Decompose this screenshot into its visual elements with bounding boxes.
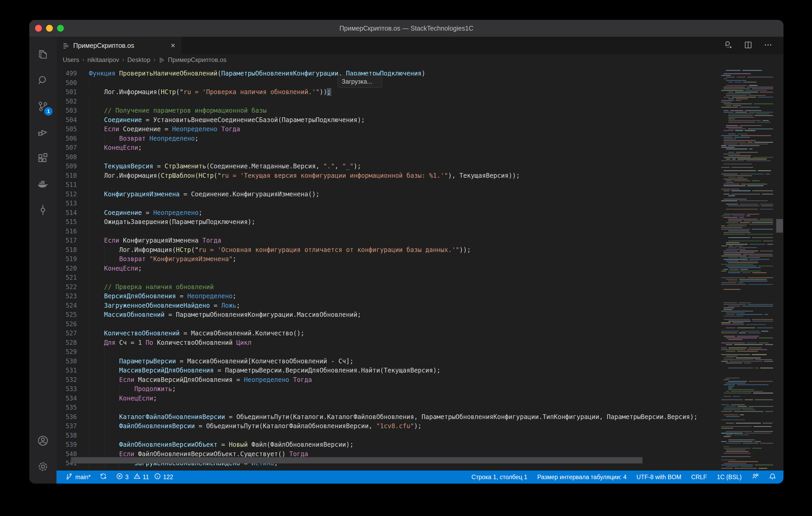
code-line[interactable]: 505 Если Соединение = Неопределено Тогда <box>57 125 721 134</box>
line-number[interactable]: 501 <box>57 88 77 97</box>
line-number[interactable]: 516 <box>57 227 77 236</box>
line-number[interactable]: 533 <box>57 385 77 394</box>
settings-button[interactable] <box>29 454 56 480</box>
code-line[interactable]: 529 <box>57 347 721 357</box>
code-line[interactable]: 527 КоличествоОбновлений = МассивОбновле… <box>57 329 721 338</box>
code-line[interactable]: 536 КаталогФайлаОбновленияВерсии = Объед… <box>57 413 721 422</box>
tab-close-icon[interactable]: × <box>171 41 175 50</box>
status-item[interactable]: 1C (BSL) <box>717 474 742 481</box>
line-number[interactable]: 534 <box>57 394 77 403</box>
line-number[interactable]: 504 <box>57 116 77 125</box>
code-line[interactable]: 516 <box>57 227 721 236</box>
line-number[interactable]: 511 <box>57 180 77 190</box>
line-number[interactable]: 539 <box>57 440 77 450</box>
line-number[interactable]: 526 <box>57 320 77 329</box>
code-line[interactable]: 526 <box>57 320 721 329</box>
sidebar-item-run-debug[interactable] <box>29 120 56 146</box>
line-number[interactable]: 523 <box>57 292 77 301</box>
code-line[interactable]: 515 ОжидатьЗавершения(ПараметрыПодключен… <box>57 217 721 227</box>
close-window-button[interactable] <box>35 25 42 32</box>
code-line[interactable]: 530 ПараметрыВерсии = МассивОбновлений[К… <box>57 357 721 366</box>
split-editor-icon[interactable] <box>744 40 753 51</box>
line-number[interactable]: 505 <box>57 125 77 134</box>
code-line[interactable]: 534 КонецЕсли; <box>57 394 721 403</box>
sync-button[interactable] <box>100 473 107 482</box>
code-line[interactable]: 508 <box>57 153 721 162</box>
line-number[interactable]: 537 <box>57 422 77 431</box>
breadcrumb-item[interactable]: nikitaaripov <box>87 56 119 63</box>
line-number[interactable]: 521 <box>57 273 77 282</box>
line-number[interactable]: 536 <box>57 413 77 422</box>
branch-indicator[interactable]: main* <box>65 473 91 482</box>
code-editor[interactable]: 499Функция ПроверитьНаличиеОбновлений(Па… <box>57 66 783 471</box>
code-line[interactable]: 500 <box>57 79 721 88</box>
line-number[interactable]: 499 <box>57 69 77 79</box>
code-line[interactable]: 520 КонецЕсли; <box>57 264 721 273</box>
code-line[interactable]: 499Функция ПроверитьНаличиеОбновлений(Па… <box>57 69 721 79</box>
code-line[interactable]: 507 КонецЕсли; <box>57 143 721 153</box>
code-line[interactable]: 537 ФайлОбновленияВерсии = ОбъединитьПут… <box>57 422 721 431</box>
code-line[interactable]: 531 МассивВерсийДляОбновления = Параметр… <box>57 366 721 375</box>
tab-primer-skriptov[interactable]: ПримерСкриптов.os × <box>57 37 181 54</box>
account-button[interactable] <box>29 428 56 454</box>
problems-indicator[interactable]: 3 11 122 <box>116 473 176 482</box>
line-number[interactable]: 507 <box>57 143 77 153</box>
more-actions-icon[interactable] <box>763 40 773 51</box>
status-item[interactable]: UTF-8 with BOM <box>636 474 681 481</box>
line-number[interactable]: 506 <box>57 134 77 144</box>
code-line[interactable]: 522 // Прверка наличия обновлений <box>57 282 721 292</box>
code-line[interactable]: 506 Возврат Неопределено; <box>57 134 721 144</box>
horizontal-scrollbar-thumb[interactable] <box>71 457 642 463</box>
vertical-scrollbar-thumb[interactable] <box>776 219 783 233</box>
line-number[interactable]: 500 <box>57 79 77 88</box>
line-number[interactable]: 528 <box>57 338 77 348</box>
code-line[interactable]: 523 ВерсияДляОбновления = Неопределено; <box>57 292 721 301</box>
line-number[interactable]: 531 <box>57 366 77 375</box>
code-line[interactable]: 517 Если КонфигурацияИзменена Тогда <box>57 236 721 245</box>
find-method-icon[interactable] <box>724 40 733 51</box>
code-line[interactable]: 510 Лог.Информация(СтрШаблон(НСтр("ru = … <box>57 171 721 181</box>
line-number[interactable]: 535 <box>57 403 77 413</box>
code-line[interactable]: 521 <box>57 273 721 282</box>
code-line[interactable]: 538 <box>57 431 721 441</box>
breadcrumb-item[interactable]: Users <box>63 56 79 63</box>
notifications-button[interactable] <box>769 473 776 482</box>
code-line[interactable]: 513 <box>57 199 721 208</box>
breadcrumb-file[interactable]: ПримерСкриптов.os <box>168 56 227 63</box>
line-number[interactable]: 517 <box>57 236 77 245</box>
sidebar-item-onescript[interactable] <box>29 198 56 223</box>
line-number[interactable]: 519 <box>57 254 77 264</box>
line-number[interactable]: 527 <box>57 329 77 338</box>
line-number[interactable]: 525 <box>57 310 77 320</box>
code-line[interactable]: 539 ФайлОбновленияВерсииОбъект = Новый Ф… <box>57 440 721 450</box>
code-line[interactable]: 503 // Получение параметров информационн… <box>57 106 721 116</box>
code-line[interactable]: 519 Возврат "КонфигурацияИзменена"; <box>57 254 721 264</box>
code-line[interactable]: 501 Лог.Информация(НСтр("ru = 'Проверка … <box>57 88 721 97</box>
code-line[interactable]: 535 <box>57 403 721 413</box>
minimap[interactable] <box>721 66 775 471</box>
code-line[interactable]: 524 ЗагруженноеОбновлениеНайдено = Ложь; <box>57 301 721 310</box>
code-line[interactable]: 525 МассивОбновлений = ПараметрыОбновлен… <box>57 310 721 320</box>
line-number[interactable]: 510 <box>57 171 77 181</box>
code-line[interactable]: 518 Лог.Информация(НСтр("ru = 'Основная … <box>57 245 721 255</box>
code-line[interactable]: 504 Соединение = УстановитьВнешнееСоедин… <box>57 116 721 125</box>
sidebar-item-explorer[interactable] <box>29 42 56 68</box>
code-line[interactable]: 533 Продолжить; <box>57 385 721 394</box>
zoom-window-button[interactable] <box>57 25 64 32</box>
code-line[interactable]: 532 Если МассивВерсийДляОбновления = Нео… <box>57 375 721 385</box>
line-number[interactable]: 524 <box>57 301 77 310</box>
line-number[interactable]: 508 <box>57 153 77 162</box>
line-number[interactable]: 512 <box>57 190 77 199</box>
line-number[interactable]: 522 <box>57 282 77 292</box>
status-item[interactable]: Размер интервала табуляции: 4 <box>537 474 627 481</box>
line-number[interactable]: 514 <box>57 208 77 218</box>
line-number[interactable]: 530 <box>57 357 77 366</box>
status-item[interactable]: Строка 1, столбец 1 <box>471 474 527 481</box>
line-number[interactable]: 502 <box>57 97 77 107</box>
code-line[interactable]: 509 ТекущаяВерсия = СтрЗаменить(Соединен… <box>57 162 721 171</box>
line-number[interactable]: 529 <box>57 347 77 357</box>
line-number[interactable]: 532 <box>57 375 77 385</box>
code-line[interactable]: 502 <box>57 97 721 107</box>
code-line[interactable]: 512 КонфигурацияИзменена = Соединение.Ко… <box>57 190 721 199</box>
code-line[interactable]: 511 <box>57 180 721 190</box>
